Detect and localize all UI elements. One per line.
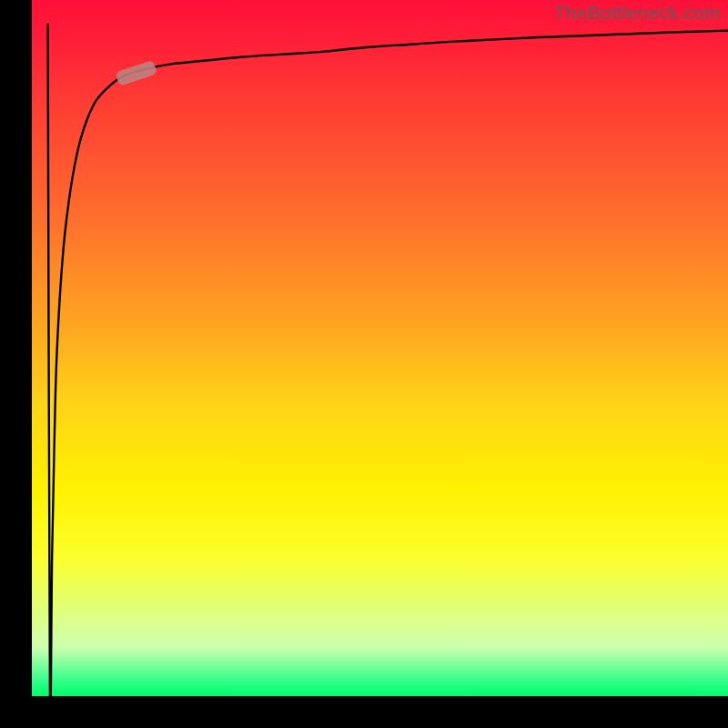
curve-line bbox=[48, 25, 728, 696]
bottleneck-chart: TheBottleneck.com bbox=[0, 0, 728, 728]
y-axis-bar bbox=[0, 0, 32, 728]
plot-svg bbox=[32, 0, 728, 696]
plot-area: TheBottleneck.com bbox=[32, 0, 728, 696]
x-axis-bar bbox=[0, 696, 728, 728]
attribution-label: TheBottleneck.com bbox=[554, 2, 721, 24]
svg-rect-0 bbox=[115, 60, 157, 86]
curve-marker bbox=[115, 60, 157, 86]
